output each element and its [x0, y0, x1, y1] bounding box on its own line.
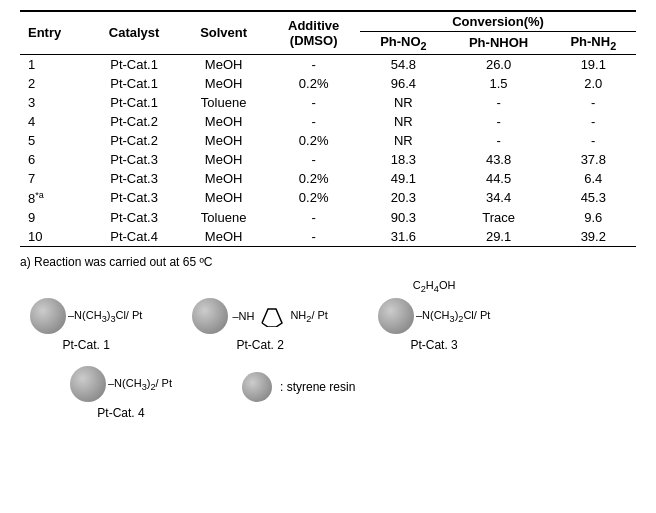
cat1-sphere [30, 298, 66, 334]
footnote: a) Reaction was carried out at 65 ºC [20, 255, 636, 269]
catalyst-header: Catalyst [88, 11, 180, 54]
table-row: 3 Pt-Cat.1 Toluene - NR - - [20, 93, 636, 112]
catalyst-structures: –N(CH3)3Cl/ Pt Pt-Cat. 1 –NH NH2/ Pt Pt-… [20, 279, 636, 420]
additive-header: Additive (DMSO) [267, 11, 360, 54]
phno2-header: Ph-NO2 [360, 32, 446, 55]
table-row: 1 Pt-Cat.1 MeOH - 54.8 26.0 19.1 [20, 54, 636, 74]
cat4-sphere [70, 366, 106, 402]
solvent-header: Solvent [180, 11, 267, 54]
table-row: 4 Pt-Cat.2 MeOH - NR - - [20, 112, 636, 131]
conversion-header: Conversion(%) [360, 11, 636, 32]
cat2-sphere [192, 298, 228, 334]
table-row: 10 Pt-Cat.4 MeOH - 31.6 29.1 39.2 [20, 227, 636, 247]
cat4-structure: –N(CH3)2/ Pt Pt-Cat. 4 [70, 366, 172, 420]
cat3-sphere [378, 298, 414, 334]
entry-header: Entry [20, 11, 88, 54]
cat1-structure: –N(CH3)3Cl/ Pt Pt-Cat. 1 [30, 298, 142, 352]
cat2-structure: –NH NH2/ Pt Pt-Cat. 2 [192, 298, 328, 352]
table-row: 9 Pt-Cat.3 Toluene - 90.3 Trace 9.6 [20, 208, 636, 227]
styrene-sphere [242, 372, 272, 402]
table-row: 2 Pt-Cat.1 MeOH 0.2% 96.4 1.5 2.0 [20, 74, 636, 93]
table-row: 6 Pt-Cat.3 MeOH - 18.3 43.8 37.8 [20, 150, 636, 169]
table-row: 8*a Pt-Cat.3 MeOH 0.2% 20.3 34.4 45.3 [20, 188, 636, 208]
phnhoh-header: Ph-NHOH [447, 32, 551, 55]
cat3-structure: C2H4OH –N(CH3)2Cl/ Pt Pt-Cat. 3 [378, 279, 490, 352]
results-table: Entry Catalyst Solvent Additive (DMSO) C… [20, 10, 636, 247]
table-row: 5 Pt-Cat.2 MeOH 0.2% NR - - [20, 131, 636, 150]
table-row: 7 Pt-Cat.3 MeOH 0.2% 49.1 44.5 6.4 [20, 169, 636, 188]
styrene-structure: : styrene resin [242, 372, 355, 402]
phnh2-header: Ph-NH2 [551, 32, 636, 55]
cat2-ring-icon [258, 305, 286, 327]
